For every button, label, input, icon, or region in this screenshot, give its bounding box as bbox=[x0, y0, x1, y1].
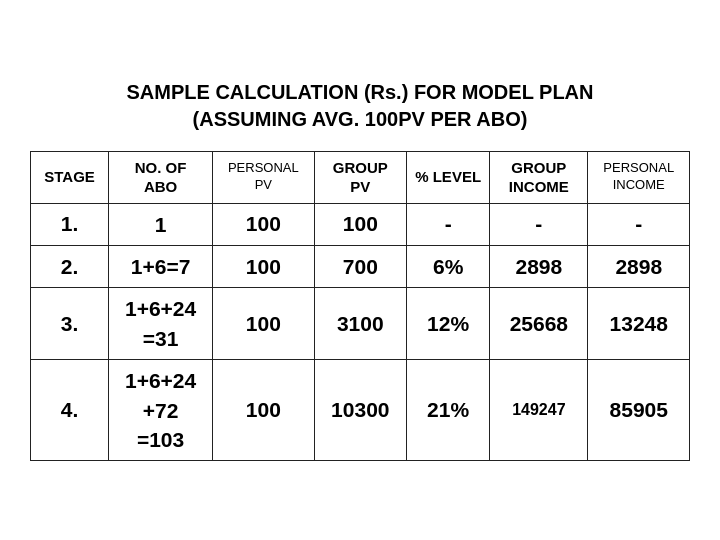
cell-level: 6% bbox=[407, 246, 490, 288]
header-personal-pv: PERSONALPV bbox=[213, 151, 314, 203]
cell-gpv: 10300 bbox=[314, 360, 406, 461]
cell-abo: 1 bbox=[109, 203, 213, 245]
table-row: 1. 1 100 100 - - - bbox=[31, 203, 690, 245]
cell-level: 21% bbox=[407, 360, 490, 461]
cell-stage: 2. bbox=[31, 246, 109, 288]
cell-level: - bbox=[407, 203, 490, 245]
header-percent-level: % LEVEL bbox=[407, 151, 490, 203]
cell-abo: 1+6=7 bbox=[109, 246, 213, 288]
cell-stage: 3. bbox=[31, 288, 109, 360]
header-group-income: GROUPINCOME bbox=[490, 151, 588, 203]
cell-ppv: 100 bbox=[213, 360, 314, 461]
cell-pincome: 85905 bbox=[588, 360, 690, 461]
cell-gincome: 25668 bbox=[490, 288, 588, 360]
cell-gincome: 149247 bbox=[490, 360, 588, 461]
cell-stage: 1. bbox=[31, 203, 109, 245]
cell-level: 12% bbox=[407, 288, 490, 360]
cell-pincome: - bbox=[588, 203, 690, 245]
table-row: 4. 1+6+24+72=103 100 10300 21% 149247 85… bbox=[31, 360, 690, 461]
cell-gpv: 700 bbox=[314, 246, 406, 288]
cell-pincome: 13248 bbox=[588, 288, 690, 360]
cell-ppv: 100 bbox=[213, 246, 314, 288]
table-row: 2. 1+6=7 100 700 6% 2898 2898 bbox=[31, 246, 690, 288]
cell-gincome: 2898 bbox=[490, 246, 588, 288]
cell-pincome: 2898 bbox=[588, 246, 690, 288]
cell-stage: 4. bbox=[31, 360, 109, 461]
header-abo: NO. OFABO bbox=[109, 151, 213, 203]
cell-ppv: 100 bbox=[213, 203, 314, 245]
cell-ppv: 100 bbox=[213, 288, 314, 360]
cell-gincome: - bbox=[490, 203, 588, 245]
cell-abo: 1+6+24=31 bbox=[109, 288, 213, 360]
cell-gpv: 3100 bbox=[314, 288, 406, 360]
header-stage: STAGE bbox=[31, 151, 109, 203]
cell-gpv: 100 bbox=[314, 203, 406, 245]
header-group-pv: GROUPPV bbox=[314, 151, 406, 203]
cell-abo: 1+6+24+72=103 bbox=[109, 360, 213, 461]
header-personal-income: PERSONALINCOME bbox=[588, 151, 690, 203]
page-title: SAMPLE CALCULATION (Rs.) FOR MODEL PLAN … bbox=[126, 79, 593, 133]
table-row: 3. 1+6+24=31 100 3100 12% 25668 13248 bbox=[31, 288, 690, 360]
calculation-table: STAGE NO. OFABO PERSONALPV GROUPPV % LEV… bbox=[30, 151, 690, 462]
